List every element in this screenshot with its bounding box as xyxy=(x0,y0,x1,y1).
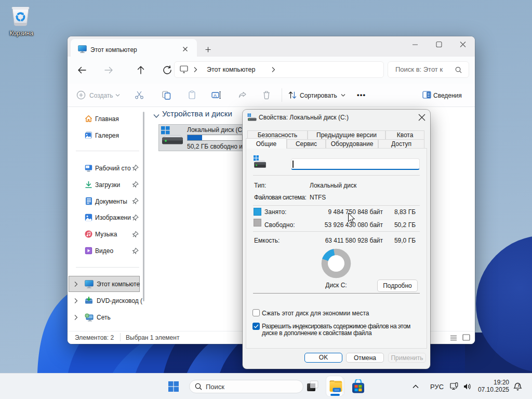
svg-text:A: A xyxy=(214,93,217,98)
